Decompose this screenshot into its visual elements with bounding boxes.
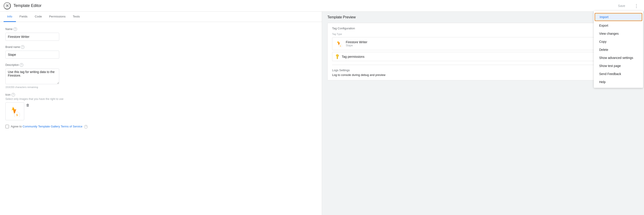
name-help-icon[interactable]: ? xyxy=(14,27,17,31)
top-bar-actions: Save ⋮ xyxy=(612,2,640,10)
tab-info[interactable]: Info xyxy=(4,12,16,22)
icon-group: Icon ? Select only images that you have … xyxy=(6,93,316,120)
tab-fields[interactable]: Fields xyxy=(16,12,31,22)
svg-marker-7 xyxy=(337,41,338,43)
svg-text:S: S xyxy=(340,45,341,47)
dropdown-copy[interactable]: Copy xyxy=(594,38,643,46)
tag-type-info: Firestore Writer Stape xyxy=(346,40,367,47)
icon-instruction: Select only images that you have the rig… xyxy=(6,97,316,101)
tag-config-title: Tag Configuration xyxy=(332,27,634,30)
save-button[interactable]: Save xyxy=(612,3,630,9)
top-bar-left: ✕ Template Editor xyxy=(4,2,42,9)
terms-checkbox[interactable] xyxy=(6,125,9,128)
name-group: Name ? xyxy=(6,27,316,41)
dropdown-advanced-settings[interactable]: Show advanced settings xyxy=(594,54,643,62)
dropdown-delete[interactable]: Delete xyxy=(594,46,643,54)
permissions-row[interactable]: 🔑 Tag permissions xyxy=(332,52,634,61)
description-label: Description ? xyxy=(6,63,316,67)
form-area: Name ? Brand name ? Description ? U xyxy=(0,22,322,215)
logs-section: Logs Settings Log to console during debu… xyxy=(328,65,638,80)
tag-firestore-icon: S xyxy=(336,40,343,47)
terms-help-icon[interactable]: ? xyxy=(84,125,88,129)
top-bar: ✕ Template Editor Save ⋮ xyxy=(0,0,644,12)
left-panel: Info Fields Code Permissions Tests Name … xyxy=(0,12,322,215)
logs-title: Logs Settings xyxy=(332,68,634,72)
tag-type-label: Tag Type xyxy=(332,33,634,35)
name-input[interactable] xyxy=(6,33,59,41)
tag-type-icon: S xyxy=(335,40,343,48)
icon-label: Icon ? xyxy=(6,93,316,97)
icon-preview-box[interactable]: S xyxy=(6,102,24,120)
brand-help-icon[interactable]: ? xyxy=(21,45,24,49)
dropdown-view-changes[interactable]: View changes xyxy=(594,29,643,38)
description-textarea[interactable]: Use this tag for writing data to the Fir… xyxy=(6,68,59,84)
firestore-icon: S xyxy=(9,105,21,117)
page-title: Template Editor xyxy=(14,3,42,8)
key-icon: 🔑 xyxy=(334,53,340,60)
icon-preview: S xyxy=(6,103,24,120)
terms-link[interactable]: Community Template Gallery Terms of Serv… xyxy=(23,125,82,128)
preview-content: Tag Configuration Tag Type S xyxy=(328,23,638,80)
main-layout: Info Fields Code Permissions Tests Name … xyxy=(0,12,644,215)
description-help-icon[interactable]: ? xyxy=(20,63,23,67)
svg-marker-2 xyxy=(12,107,13,110)
delete-icon-button[interactable]: 🗑 xyxy=(26,103,30,107)
more-options-button[interactable]: ⋮ xyxy=(632,2,640,10)
char-count: 153/200 characters remaining xyxy=(6,86,316,88)
icon-area: S 🗑 xyxy=(6,102,316,120)
icon-help-icon[interactable]: ? xyxy=(12,93,15,97)
brand-group: Brand name ? xyxy=(6,45,316,59)
dropdown-help[interactable]: Help xyxy=(594,78,643,86)
description-group: Description ? Use this tag for writing d… xyxy=(6,63,316,88)
name-label: Name ? xyxy=(6,27,316,31)
tab-permissions[interactable]: Permissions xyxy=(46,12,69,22)
logs-value: Log to console during debug and preview xyxy=(332,73,634,77)
checkbox-row: Agree to Community Template Gallery Term… xyxy=(6,125,316,129)
tag-name: Firestore Writer xyxy=(346,40,367,44)
svg-text:S: S xyxy=(16,114,18,117)
permissions-text: Tag permissions xyxy=(342,55,364,58)
dropdown-send-feedback[interactable]: Send Feedback xyxy=(594,70,643,78)
brand-label: Brand name ? xyxy=(6,45,316,49)
tab-tests[interactable]: Tests xyxy=(69,12,84,22)
brand-input[interactable] xyxy=(6,51,59,59)
dropdown-menu: Import Export View changes Copy Delete S… xyxy=(594,11,643,88)
dropdown-import[interactable]: Import xyxy=(595,13,642,21)
tab-code[interactable]: Code xyxy=(31,12,46,22)
tabs: Info Fields Code Permissions Tests xyxy=(0,12,322,22)
dropdown-export[interactable]: Export xyxy=(594,21,643,29)
dropdown-test-page[interactable]: Show test page xyxy=(594,62,643,70)
checkbox-label: Agree to Community Template Gallery Term… xyxy=(11,125,88,129)
tag-type-row[interactable]: S Firestore Writer Stape xyxy=(332,37,634,50)
tag-brand: Stape xyxy=(346,44,367,47)
close-button[interactable]: ✕ xyxy=(4,2,11,9)
tag-config-section: Tag Configuration Tag Type S xyxy=(328,23,638,65)
